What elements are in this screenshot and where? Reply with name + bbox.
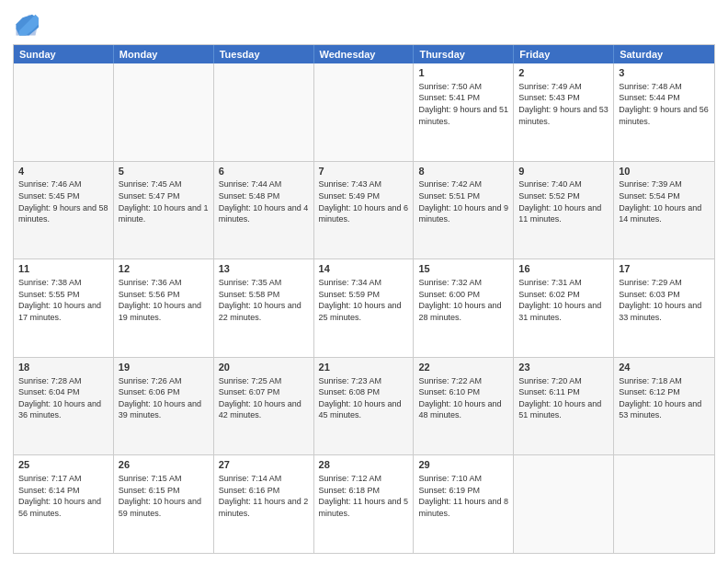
day-number: 13	[219, 262, 309, 276]
calendar-row-4: 25Sunrise: 7:17 AMSunset: 6:14 PMDayligh…	[14, 454, 714, 553]
cal-cell-0-5: 2Sunrise: 7:49 AMSunset: 5:43 PMDaylight…	[514, 63, 614, 161]
day-number: 10	[619, 165, 710, 178]
cal-cell-1-2: 6Sunrise: 7:44 AMSunset: 5:48 PMDaylight…	[214, 162, 314, 259]
day-number: 8	[418, 165, 508, 178]
day-info: Sunrise: 7:15 AMSunset: 6:15 PMDaylight:…	[119, 473, 209, 519]
calendar-row-2: 11Sunrise: 7:38 AMSunset: 5:55 PMDayligh…	[14, 259, 714, 357]
day-info: Sunrise: 7:49 AMSunset: 5:43 PMDaylight:…	[518, 81, 609, 127]
day-info: Sunrise: 7:40 AMSunset: 5:52 PMDaylight:…	[518, 178, 609, 224]
cal-cell-1-0: 4Sunrise: 7:46 AMSunset: 5:45 PMDaylight…	[14, 162, 114, 259]
header-saturday: Saturday	[614, 45, 714, 63]
day-number: 3	[619, 66, 710, 80]
cal-cell-3-4: 22Sunrise: 7:22 AMSunset: 6:10 PMDayligh…	[414, 358, 514, 455]
cal-cell-0-2	[214, 63, 314, 161]
cal-cell-0-0	[14, 63, 114, 161]
day-info: Sunrise: 7:23 AMSunset: 6:08 PMDaylight:…	[319, 375, 409, 421]
day-info: Sunrise: 7:39 AMSunset: 5:54 PMDaylight:…	[619, 178, 710, 224]
calendar-body: 1Sunrise: 7:50 AMSunset: 5:41 PMDaylight…	[14, 63, 714, 553]
cal-cell-1-5: 9Sunrise: 7:40 AMSunset: 5:52 PMDaylight…	[514, 162, 614, 259]
day-info: Sunrise: 7:12 AMSunset: 6:18 PMDaylight:…	[319, 473, 409, 519]
cal-cell-1-4: 8Sunrise: 7:42 AMSunset: 5:51 PMDaylight…	[414, 162, 514, 259]
day-info: Sunrise: 7:44 AMSunset: 5:48 PMDaylight:…	[219, 178, 309, 224]
cal-cell-0-1	[114, 63, 214, 161]
day-number: 6	[219, 165, 309, 178]
header-friday: Friday	[514, 45, 614, 63]
calendar-row-3: 18Sunrise: 7:28 AMSunset: 6:04 PMDayligh…	[14, 357, 714, 455]
day-number: 19	[119, 361, 209, 374]
page: Sunday Monday Tuesday Wednesday Thursday…	[0, 0, 728, 563]
day-info: Sunrise: 7:22 AMSunset: 6:10 PMDaylight:…	[418, 375, 508, 421]
day-info: Sunrise: 7:35 AMSunset: 5:58 PMDaylight:…	[219, 277, 309, 323]
cal-cell-3-3: 21Sunrise: 7:23 AMSunset: 6:08 PMDayligh…	[314, 358, 415, 455]
cal-cell-4-0: 25Sunrise: 7:17 AMSunset: 6:14 PMDayligh…	[14, 455, 114, 553]
day-number: 4	[18, 165, 108, 178]
cal-cell-2-3: 14Sunrise: 7:34 AMSunset: 5:59 PMDayligh…	[314, 259, 415, 357]
day-info: Sunrise: 7:10 AMSunset: 6:19 PMDaylight:…	[418, 473, 508, 519]
day-number: 17	[619, 262, 710, 276]
header	[13, 9, 715, 39]
day-number: 1	[418, 66, 508, 80]
day-info: Sunrise: 7:42 AMSunset: 5:51 PMDaylight:…	[418, 178, 508, 224]
day-number: 28	[319, 458, 409, 472]
day-number: 18	[18, 361, 108, 374]
cal-cell-4-6	[614, 455, 714, 553]
header-sunday: Sunday	[14, 45, 114, 63]
header-tuesday: Tuesday	[214, 45, 314, 63]
day-number: 24	[619, 361, 710, 374]
cal-cell-0-4: 1Sunrise: 7:50 AMSunset: 5:41 PMDaylight…	[414, 63, 514, 161]
logo-icon	[13, 13, 39, 39]
calendar-row-1: 4Sunrise: 7:46 AMSunset: 5:45 PMDaylight…	[14, 161, 714, 259]
cal-cell-4-3: 28Sunrise: 7:12 AMSunset: 6:18 PMDayligh…	[314, 455, 415, 553]
cal-cell-4-5	[514, 455, 614, 553]
day-number: 14	[319, 262, 409, 276]
day-info: Sunrise: 7:29 AMSunset: 6:03 PMDaylight:…	[619, 277, 710, 323]
day-number: 11	[18, 262, 108, 276]
day-info: Sunrise: 7:17 AMSunset: 6:14 PMDaylight:…	[18, 473, 108, 519]
day-info: Sunrise: 7:38 AMSunset: 5:55 PMDaylight:…	[18, 277, 108, 323]
cal-cell-0-6: 3Sunrise: 7:48 AMSunset: 5:44 PMDaylight…	[614, 63, 714, 161]
cal-cell-3-5: 23Sunrise: 7:20 AMSunset: 6:11 PMDayligh…	[514, 358, 614, 455]
day-number: 21	[319, 361, 409, 374]
header-monday: Monday	[114, 45, 214, 63]
day-info: Sunrise: 7:34 AMSunset: 5:59 PMDaylight:…	[319, 277, 409, 323]
calendar: Sunday Monday Tuesday Wednesday Thursday…	[13, 44, 715, 554]
cal-cell-4-4: 29Sunrise: 7:10 AMSunset: 6:19 PMDayligh…	[414, 455, 514, 553]
day-number: 12	[119, 262, 209, 276]
day-info: Sunrise: 7:45 AMSunset: 5:47 PMDaylight:…	[119, 178, 209, 224]
day-info: Sunrise: 7:31 AMSunset: 6:02 PMDaylight:…	[518, 277, 609, 323]
cal-cell-3-6: 24Sunrise: 7:18 AMSunset: 6:12 PMDayligh…	[614, 358, 714, 455]
cal-cell-1-6: 10Sunrise: 7:39 AMSunset: 5:54 PMDayligh…	[614, 162, 714, 259]
cal-cell-3-0: 18Sunrise: 7:28 AMSunset: 6:04 PMDayligh…	[14, 358, 114, 455]
day-info: Sunrise: 7:43 AMSunset: 5:49 PMDaylight:…	[319, 178, 409, 224]
cal-cell-2-0: 11Sunrise: 7:38 AMSunset: 5:55 PMDayligh…	[14, 259, 114, 357]
day-number: 5	[119, 165, 209, 178]
day-number: 22	[418, 361, 508, 374]
day-number: 23	[518, 361, 609, 374]
day-number: 2	[518, 66, 609, 80]
day-info: Sunrise: 7:46 AMSunset: 5:45 PMDaylight:…	[18, 178, 108, 224]
day-info: Sunrise: 7:25 AMSunset: 6:07 PMDaylight:…	[219, 375, 309, 421]
day-info: Sunrise: 7:50 AMSunset: 5:41 PMDaylight:…	[418, 81, 508, 127]
day-number: 26	[119, 458, 209, 472]
header-thursday: Thursday	[414, 45, 514, 63]
cal-cell-2-1: 12Sunrise: 7:36 AMSunset: 5:56 PMDayligh…	[114, 259, 214, 357]
day-info: Sunrise: 7:26 AMSunset: 6:06 PMDaylight:…	[119, 375, 209, 421]
logo	[13, 13, 42, 39]
day-number: 9	[518, 165, 609, 178]
cal-cell-1-1: 5Sunrise: 7:45 AMSunset: 5:47 PMDaylight…	[114, 162, 214, 259]
day-info: Sunrise: 7:48 AMSunset: 5:44 PMDaylight:…	[619, 81, 710, 127]
day-number: 7	[319, 165, 409, 178]
cal-cell-2-5: 16Sunrise: 7:31 AMSunset: 6:02 PMDayligh…	[514, 259, 614, 357]
cal-cell-2-4: 15Sunrise: 7:32 AMSunset: 6:00 PMDayligh…	[414, 259, 514, 357]
day-info: Sunrise: 7:28 AMSunset: 6:04 PMDaylight:…	[18, 375, 108, 421]
day-info: Sunrise: 7:32 AMSunset: 6:00 PMDaylight:…	[418, 277, 508, 323]
cal-cell-3-2: 20Sunrise: 7:25 AMSunset: 6:07 PMDayligh…	[214, 358, 314, 455]
day-info: Sunrise: 7:18 AMSunset: 6:12 PMDaylight:…	[619, 375, 710, 421]
day-info: Sunrise: 7:20 AMSunset: 6:11 PMDaylight:…	[518, 375, 609, 421]
day-number: 29	[418, 458, 508, 472]
day-number: 16	[518, 262, 609, 276]
day-number: 15	[418, 262, 508, 276]
day-number: 20	[219, 361, 309, 374]
cal-cell-3-1: 19Sunrise: 7:26 AMSunset: 6:06 PMDayligh…	[114, 358, 214, 455]
day-info: Sunrise: 7:14 AMSunset: 6:16 PMDaylight:…	[219, 473, 309, 519]
